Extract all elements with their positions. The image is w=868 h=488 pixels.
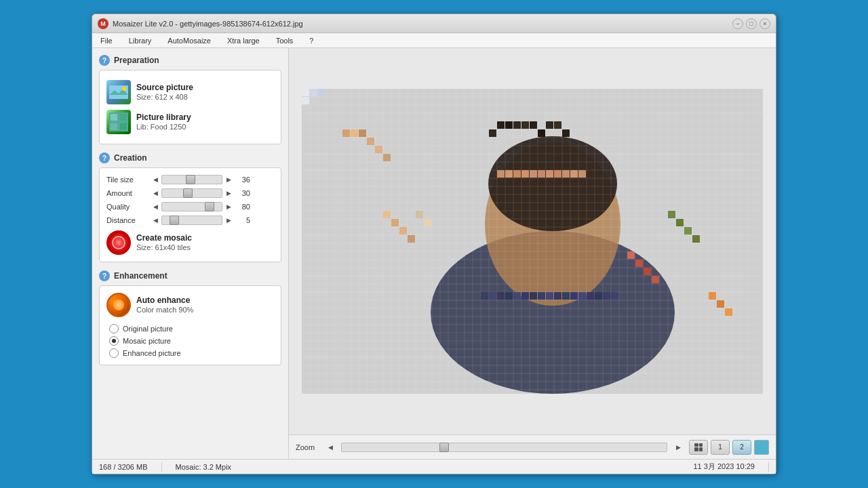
radio-original-circle xyxy=(109,324,119,333)
svg-rect-163 xyxy=(644,268,651,275)
view-2-button[interactable]: 2 xyxy=(732,440,751,455)
svg-rect-143 xyxy=(521,292,529,300)
auto-enhance-text: Auto enhance Color match 90% xyxy=(136,296,193,314)
menu-tools[interactable]: Tools xyxy=(273,35,296,46)
svg-rect-167 xyxy=(684,227,692,235)
zoom-thumb[interactable] xyxy=(439,443,449,452)
minimize-button[interactable]: − xyxy=(732,18,743,29)
svg-rect-150 xyxy=(578,292,586,300)
svg-rect-146 xyxy=(546,292,553,300)
svg-rect-113 xyxy=(359,129,366,137)
auto-enhance-icon xyxy=(106,293,131,317)
svg-rect-127 xyxy=(497,170,505,178)
svg-rect-123 xyxy=(538,129,545,137)
svg-rect-121 xyxy=(521,121,529,129)
quality-label: Quality xyxy=(106,203,151,211)
amount-track[interactable] xyxy=(161,188,222,198)
tile-size-value: 36 xyxy=(233,176,250,184)
svg-rect-124 xyxy=(546,121,553,129)
quality-increase[interactable]: ▶ xyxy=(224,202,233,211)
svg-rect-122 xyxy=(530,121,537,129)
preparation-title: Preparation xyxy=(114,56,159,65)
svg-rect-128 xyxy=(505,170,513,178)
svg-rect-136 xyxy=(570,170,578,178)
quality-decrease[interactable]: ◀ xyxy=(151,202,160,211)
radio-mosaic-circle xyxy=(109,336,119,346)
svg-rect-164 xyxy=(652,276,659,283)
menu-library[interactable]: Library xyxy=(126,35,155,46)
svg-rect-116 xyxy=(383,154,391,161)
svg-rect-6 xyxy=(111,123,117,130)
source-picture-item[interactable]: Source picture Size: 612 x 408 xyxy=(106,77,274,107)
creation-help-icon[interactable]: ? xyxy=(99,152,110,163)
picture-library-icon xyxy=(106,110,131,134)
sidebar: ? Preparation Source pictur xyxy=(92,48,289,459)
enhancement-help-icon[interactable]: ? xyxy=(99,270,110,281)
picture-library-item[interactable]: Picture library Lib: Food 1250 xyxy=(106,107,274,137)
radio-mosaic[interactable]: Mosaic picture xyxy=(109,336,274,346)
enhancement-section: ? Enhancement Auto enhance Color match 9… xyxy=(99,270,281,365)
svg-rect-156 xyxy=(391,219,399,226)
svg-rect-112 xyxy=(351,129,358,137)
create-mosaic-icon xyxy=(106,230,131,255)
svg-rect-148 xyxy=(562,292,570,300)
svg-rect-155 xyxy=(383,211,391,218)
restore-button[interactable]: □ xyxy=(746,18,757,29)
tile-size-thumb[interactable] xyxy=(186,175,195,184)
radio-enhanced[interactable]: Enhanced picture xyxy=(109,348,274,358)
mosaic-svg xyxy=(302,89,763,394)
tile-size-increase[interactable]: ▶ xyxy=(224,175,233,184)
svg-rect-4 xyxy=(111,114,117,121)
preparation-help-icon[interactable]: ? xyxy=(99,55,110,66)
svg-rect-117 xyxy=(489,129,496,137)
svg-rect-5 xyxy=(120,114,127,121)
svg-rect-114 xyxy=(367,138,374,145)
creation-section: ? Creation Tile size ◀ ▶ 36 xyxy=(99,152,281,262)
quality-value: 80 xyxy=(233,203,250,211)
tile-size-track[interactable] xyxy=(161,175,222,184)
svg-rect-108 xyxy=(310,89,317,96)
menu-automosaize[interactable]: AutoMosaize xyxy=(165,35,214,46)
close-button[interactable]: × xyxy=(760,18,770,29)
preparation-panel: Source picture Size: 612 x 408 xyxy=(99,70,281,144)
amount-decrease[interactable]: ◀ xyxy=(151,188,160,198)
distance-thumb[interactable] xyxy=(170,216,179,225)
distance-increase[interactable]: ▶ xyxy=(224,216,233,225)
distance-decrease[interactable]: ◀ xyxy=(151,216,160,225)
svg-rect-118 xyxy=(497,121,505,129)
radio-enhanced-label: Enhanced picture xyxy=(123,349,181,357)
distance-label: Distance xyxy=(106,216,151,224)
menu-xtra-large[interactable]: Xtra large xyxy=(224,35,262,46)
menu-help[interactable]: ? xyxy=(307,35,316,46)
mosaic-image xyxy=(302,89,763,394)
quality-track[interactable] xyxy=(161,202,222,211)
zoom-decrease-arrow[interactable]: ◀ xyxy=(325,442,336,453)
grid-cell-2 xyxy=(699,443,703,447)
svg-rect-158 xyxy=(408,235,415,243)
svg-rect-153 xyxy=(603,292,610,300)
amount-thumb[interactable] xyxy=(183,188,193,198)
amount-increase[interactable]: ▶ xyxy=(224,188,233,198)
tile-size-decrease[interactable]: ◀ xyxy=(151,175,160,184)
menu-file[interactable]: File xyxy=(98,35,115,46)
enhancement-header: ? Enhancement xyxy=(99,270,281,281)
create-mosaic-item[interactable]: Create mosaic Size: 61x40 tiles xyxy=(106,230,274,255)
color-swatch[interactable] xyxy=(754,440,769,455)
svg-rect-130 xyxy=(521,170,529,178)
auto-enhance-item[interactable]: Auto enhance Color match 90% xyxy=(106,293,274,317)
zoom-increase-arrow[interactable]: ▶ xyxy=(673,442,684,453)
svg-rect-152 xyxy=(595,292,602,300)
view-radio-group: Original picture Mosaic picture Enhanced… xyxy=(106,324,274,358)
radio-original[interactable]: Original picture xyxy=(109,324,274,333)
radio-mosaic-label: Mosaic picture xyxy=(123,337,171,345)
source-picture-text: Source picture Size: 612 x 408 xyxy=(136,83,193,102)
fit-view-button[interactable] xyxy=(689,440,708,455)
zoom-track[interactable] xyxy=(341,443,667,452)
svg-rect-134 xyxy=(554,170,561,178)
status-divider-2 xyxy=(768,462,769,472)
view-1-button[interactable]: 1 xyxy=(711,440,730,455)
main-area: Zoom ◀ ▶ 1 2 xyxy=(289,48,776,459)
window-title: Mosaizer Lite v2.0 - gettyimages-9851386… xyxy=(113,20,303,28)
quality-thumb[interactable] xyxy=(205,202,214,211)
distance-track[interactable] xyxy=(161,216,222,225)
